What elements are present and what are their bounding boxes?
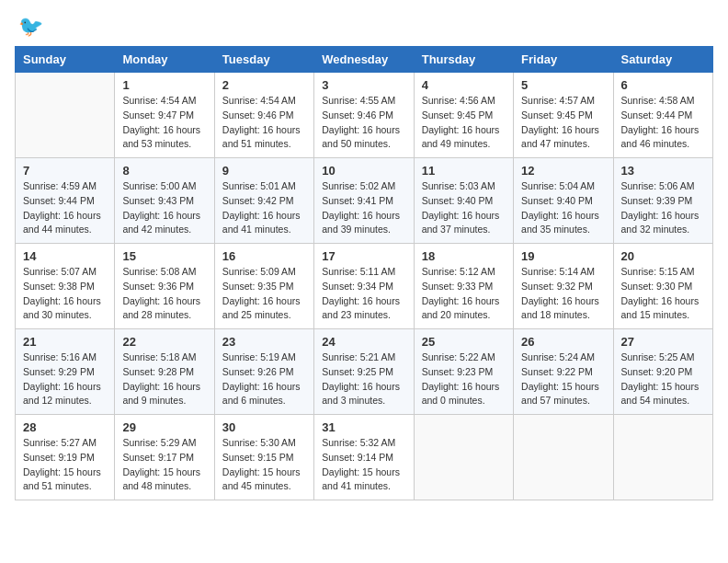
- day-number: 25: [422, 335, 506, 349]
- day-number: 14: [23, 249, 107, 263]
- day-number: 15: [122, 249, 206, 263]
- day-info: Sunrise: 5:30 AMSunset: 9:15 PMDaylight:…: [222, 436, 306, 494]
- day-number: 18: [422, 249, 506, 263]
- day-info: Sunrise: 5:16 AMSunset: 9:29 PMDaylight:…: [23, 350, 107, 408]
- weekday-header-thursday: Thursday: [414, 47, 513, 73]
- day-info: Sunrise: 5:32 AMSunset: 9:14 PMDaylight:…: [322, 436, 405, 494]
- calendar-cell: 11Sunrise: 5:03 AMSunset: 9:40 PMDayligh…: [414, 158, 513, 244]
- day-info: Sunrise: 5:08 AMSunset: 9:36 PMDaylight:…: [122, 265, 206, 323]
- calendar-cell: 30Sunrise: 5:30 AMSunset: 9:15 PMDayligh…: [214, 415, 313, 500]
- logo: 🐦: [15, 15, 43, 39]
- weekday-header-monday: Monday: [115, 47, 214, 73]
- day-number: 26: [521, 335, 605, 349]
- day-number: 23: [222, 335, 306, 349]
- calendar-cell: 7Sunrise: 4:59 AMSunset: 9:44 PMDaylight…: [16, 158, 115, 244]
- day-number: 31: [322, 420, 405, 434]
- day-info: Sunrise: 5:06 AMSunset: 9:39 PMDaylight:…: [621, 179, 705, 237]
- day-info: Sunrise: 4:56 AMSunset: 9:45 PMDaylight:…: [422, 94, 506, 152]
- day-number: 7: [23, 164, 107, 178]
- weekday-header-wednesday: Wednesday: [314, 47, 414, 73]
- calendar-cell: 12Sunrise: 5:04 AMSunset: 9:40 PMDayligh…: [514, 158, 613, 244]
- day-info: Sunrise: 5:15 AMSunset: 9:30 PMDaylight:…: [621, 265, 705, 323]
- day-info: Sunrise: 5:22 AMSunset: 9:23 PMDaylight:…: [422, 350, 506, 408]
- day-number: 20: [621, 249, 705, 263]
- day-info: Sunrise: 5:19 AMSunset: 9:26 PMDaylight:…: [222, 350, 306, 408]
- calendar-week-row: 14Sunrise: 5:07 AMSunset: 9:38 PMDayligh…: [16, 244, 713, 329]
- day-number: 30: [222, 420, 306, 434]
- weekday-header-tuesday: Tuesday: [214, 47, 313, 73]
- day-number: 2: [222, 78, 306, 92]
- day-info: Sunrise: 5:01 AMSunset: 9:42 PMDaylight:…: [222, 179, 306, 237]
- calendar-cell: 20Sunrise: 5:15 AMSunset: 9:30 PMDayligh…: [613, 244, 712, 329]
- calendar-cell: 13Sunrise: 5:06 AMSunset: 9:39 PMDayligh…: [613, 158, 712, 244]
- calendar-week-row: 7Sunrise: 4:59 AMSunset: 9:44 PMDaylight…: [16, 158, 713, 244]
- calendar-cell: 17Sunrise: 5:11 AMSunset: 9:34 PMDayligh…: [314, 244, 414, 329]
- day-info: Sunrise: 5:18 AMSunset: 9:28 PMDaylight:…: [122, 350, 206, 408]
- calendar-cell: 15Sunrise: 5:08 AMSunset: 9:36 PMDayligh…: [115, 244, 214, 329]
- day-number: 16: [222, 249, 306, 263]
- calendar-cell: 29Sunrise: 5:29 AMSunset: 9:17 PMDayligh…: [115, 415, 214, 500]
- calendar-cell: 14Sunrise: 5:07 AMSunset: 9:38 PMDayligh…: [16, 244, 115, 329]
- calendar-cell: 10Sunrise: 5:02 AMSunset: 9:41 PMDayligh…: [314, 158, 414, 244]
- day-info: Sunrise: 5:29 AMSunset: 9:17 PMDaylight:…: [122, 436, 206, 494]
- calendar-cell: 9Sunrise: 5:01 AMSunset: 9:42 PMDaylight…: [214, 158, 313, 244]
- calendar-cell: 4Sunrise: 4:56 AMSunset: 9:45 PMDaylight…: [414, 73, 513, 158]
- page-header: 🐦: [15, 15, 713, 39]
- day-number: 5: [521, 78, 605, 92]
- calendar-cell: 16Sunrise: 5:09 AMSunset: 9:35 PMDayligh…: [214, 244, 313, 329]
- day-info: Sunrise: 4:54 AMSunset: 9:46 PMDaylight:…: [222, 94, 306, 152]
- day-number: 8: [122, 164, 206, 178]
- day-info: Sunrise: 4:59 AMSunset: 9:44 PMDaylight:…: [23, 179, 107, 237]
- calendar-cell: 26Sunrise: 5:24 AMSunset: 9:22 PMDayligh…: [514, 329, 613, 415]
- calendar-cell: 25Sunrise: 5:22 AMSunset: 9:23 PMDayligh…: [414, 329, 513, 415]
- calendar-cell: [613, 415, 712, 500]
- calendar-week-row: 28Sunrise: 5:27 AMSunset: 9:19 PMDayligh…: [16, 415, 713, 500]
- day-info: Sunrise: 5:00 AMSunset: 9:43 PMDaylight:…: [122, 179, 206, 237]
- day-info: Sunrise: 4:58 AMSunset: 9:44 PMDaylight:…: [621, 94, 705, 152]
- calendar-cell: [514, 415, 613, 500]
- day-number: 19: [521, 249, 605, 263]
- day-number: 9: [222, 164, 306, 178]
- day-info: Sunrise: 5:09 AMSunset: 9:35 PMDaylight:…: [222, 265, 306, 323]
- calendar-cell: 18Sunrise: 5:12 AMSunset: 9:33 PMDayligh…: [414, 244, 513, 329]
- calendar-cell: 2Sunrise: 4:54 AMSunset: 9:46 PMDaylight…: [214, 73, 313, 158]
- day-number: 6: [621, 78, 705, 92]
- day-info: Sunrise: 5:07 AMSunset: 9:38 PMDaylight:…: [23, 265, 107, 323]
- calendar-cell: 23Sunrise: 5:19 AMSunset: 9:26 PMDayligh…: [214, 329, 313, 415]
- day-number: 22: [122, 335, 206, 349]
- calendar-cell: 22Sunrise: 5:18 AMSunset: 9:28 PMDayligh…: [115, 329, 214, 415]
- calendar-cell: [414, 415, 513, 500]
- day-info: Sunrise: 5:03 AMSunset: 9:40 PMDaylight:…: [422, 179, 506, 237]
- day-info: Sunrise: 5:21 AMSunset: 9:25 PMDaylight:…: [322, 350, 405, 408]
- day-number: 3: [322, 78, 405, 92]
- calendar-cell: 5Sunrise: 4:57 AMSunset: 9:45 PMDaylight…: [514, 73, 613, 158]
- calendar-cell: 24Sunrise: 5:21 AMSunset: 9:25 PMDayligh…: [314, 329, 414, 415]
- day-info: Sunrise: 5:24 AMSunset: 9:22 PMDaylight:…: [521, 350, 605, 408]
- calendar-cell: 3Sunrise: 4:55 AMSunset: 9:46 PMDaylight…: [314, 73, 414, 158]
- weekday-header-saturday: Saturday: [613, 47, 712, 73]
- calendar-week-row: 1Sunrise: 4:54 AMSunset: 9:47 PMDaylight…: [16, 73, 713, 158]
- calendar-cell: 1Sunrise: 4:54 AMSunset: 9:47 PMDaylight…: [115, 73, 214, 158]
- day-info: Sunrise: 4:55 AMSunset: 9:46 PMDaylight:…: [322, 94, 405, 152]
- weekday-header-row: SundayMondayTuesdayWednesdayThursdayFrid…: [16, 47, 713, 73]
- calendar-cell: 19Sunrise: 5:14 AMSunset: 9:32 PMDayligh…: [514, 244, 613, 329]
- day-info: Sunrise: 4:57 AMSunset: 9:45 PMDaylight:…: [521, 94, 605, 152]
- calendar-cell: 6Sunrise: 4:58 AMSunset: 9:44 PMDaylight…: [613, 73, 712, 158]
- day-number: 11: [422, 164, 506, 178]
- weekday-header-sunday: Sunday: [16, 47, 115, 73]
- day-info: Sunrise: 5:25 AMSunset: 9:20 PMDaylight:…: [621, 350, 705, 408]
- calendar-table: SundayMondayTuesdayWednesdayThursdayFrid…: [15, 46, 713, 500]
- day-number: 24: [322, 335, 405, 349]
- day-number: 12: [521, 164, 605, 178]
- calendar-cell: 8Sunrise: 5:00 AMSunset: 9:43 PMDaylight…: [115, 158, 214, 244]
- day-number: 21: [23, 335, 107, 349]
- day-number: 1: [122, 78, 206, 92]
- day-number: 27: [621, 335, 705, 349]
- day-number: 13: [621, 164, 705, 178]
- day-info: Sunrise: 5:02 AMSunset: 9:41 PMDaylight:…: [322, 179, 405, 237]
- day-number: 29: [122, 420, 206, 434]
- day-info: Sunrise: 5:27 AMSunset: 9:19 PMDaylight:…: [23, 436, 107, 494]
- calendar-week-row: 21Sunrise: 5:16 AMSunset: 9:29 PMDayligh…: [16, 329, 713, 415]
- calendar-cell: 28Sunrise: 5:27 AMSunset: 9:19 PMDayligh…: [16, 415, 115, 500]
- weekday-header-friday: Friday: [514, 47, 613, 73]
